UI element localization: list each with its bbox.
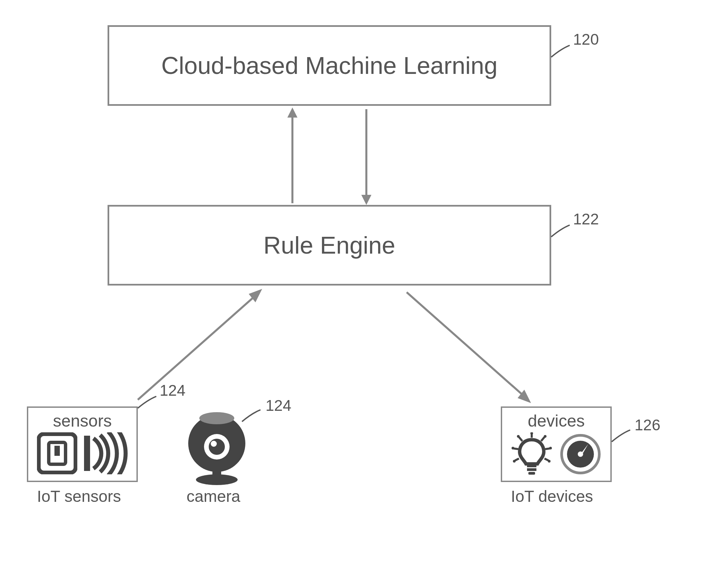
sensors-box-label: sensors — [53, 411, 112, 431]
svg-line-24 — [515, 459, 519, 461]
camera-ref: 124 — [266, 396, 291, 415]
svg-point-29 — [512, 447, 514, 449]
sensors-ref: 124 — [160, 381, 186, 399]
arrow-down — [356, 106, 376, 207]
rule-ref-leader — [551, 223, 585, 257]
rule-label: Rule Engine — [264, 231, 395, 259]
signal-sensor-icon — [84, 432, 128, 474]
rule-ref: 122 — [573, 210, 599, 228]
svg-rect-10 — [54, 446, 60, 456]
devices-below-label: IoT devices — [511, 487, 593, 506]
svg-point-16 — [211, 441, 217, 447]
svg-line-22 — [514, 448, 518, 449]
camera-icon — [181, 410, 252, 485]
svg-point-38 — [578, 451, 583, 457]
switch-sensor-icon — [37, 432, 77, 474]
svg-marker-1 — [287, 107, 297, 118]
sensors-box: sensors — [27, 406, 138, 482]
svg-rect-34 — [527, 468, 536, 471]
camera-icon-container — [181, 410, 252, 487]
arrow-rule-to-devices — [400, 286, 541, 406]
sensors-ref-leader — [138, 395, 171, 428]
arrow-up — [282, 106, 302, 207]
svg-rect-35 — [528, 472, 535, 475]
cloud-box: Cloud-based Machine Learning — [108, 25, 551, 106]
svg-line-4 — [138, 296, 255, 400]
rule-box: Rule Engine — [108, 205, 551, 286]
cloud-ref-leader — [551, 44, 585, 77]
svg-line-23 — [545, 448, 550, 449]
cloud-ref: 120 — [573, 30, 599, 48]
svg-point-30 — [549, 447, 552, 449]
svg-point-13 — [199, 412, 234, 424]
svg-point-15 — [209, 439, 225, 455]
arrow-sensors-to-rule — [128, 286, 269, 406]
sensors-below-label: IoT sensors — [37, 487, 121, 506]
svg-point-31 — [513, 460, 516, 463]
svg-point-18 — [196, 474, 238, 485]
svg-line-6 — [407, 292, 524, 396]
svg-line-25 — [544, 459, 549, 461]
svg-point-32 — [548, 460, 551, 463]
cloud-label: Cloud-based Machine Learning — [161, 52, 498, 79]
svg-point-28 — [544, 435, 547, 438]
svg-point-27 — [517, 435, 520, 438]
devices-ref: 126 — [635, 416, 660, 434]
devices-box-label: devices — [528, 411, 585, 431]
svg-rect-11 — [84, 436, 90, 471]
svg-marker-3 — [361, 195, 371, 205]
lightbulb-icon — [511, 432, 553, 476]
svg-rect-33 — [527, 465, 536, 467]
svg-line-21 — [541, 437, 544, 441]
camera-below-label: camera — [187, 487, 240, 506]
dial-icon — [560, 433, 602, 475]
devices-box: devices — [501, 406, 612, 482]
svg-line-20 — [519, 437, 522, 441]
